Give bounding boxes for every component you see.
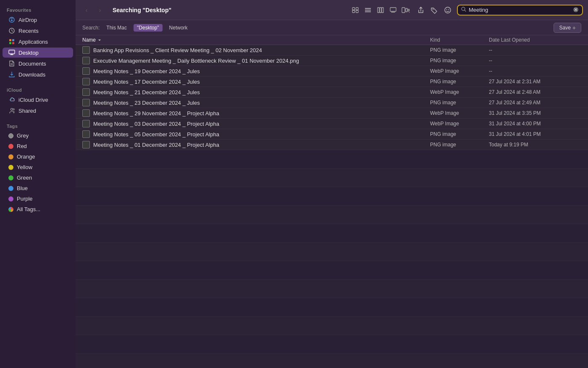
sidebar-item-grey[interactable]: Grey (3, 131, 73, 140)
file-name-cell: Meeting Notes _ 01 December 2024 _ Proje… (82, 141, 430, 148)
list-view-btn[interactable] (362, 4, 374, 16)
file-name-cell: Executive Management Meeting _ Daily Bot… (82, 57, 430, 64)
file-name: Banking App Revisions _ Client Review Me… (93, 47, 262, 53)
blue-tag-dot (8, 186, 13, 191)
table-row[interactable]: Meeting Notes _ 01 December 2024 _ Proje… (76, 140, 588, 150)
empty-row (76, 298, 588, 317)
file-date: Today at 9:19 PM (489, 142, 581, 148)
file-thumbnail (82, 67, 90, 75)
table-row[interactable]: Meeting Notes _ 05 December 2024 _ Proje… (76, 129, 588, 140)
file-date: 31 Jul 2024 at 4:01 PM (489, 131, 581, 137)
file-name-cell: Meeting Notes _ 03 December 2024 _ Proje… (82, 120, 430, 127)
sidebar-item-yellow[interactable]: Yellow (3, 162, 73, 172)
sidebar-item-grey-label: Grey (17, 132, 29, 139)
svg-rect-3 (12, 39, 14, 41)
icon-view-btn[interactable] (349, 4, 361, 16)
svg-rect-18 (378, 8, 379, 13)
empty-row (76, 317, 588, 335)
svg-rect-4 (9, 42, 11, 44)
file-list-container[interactable]: Name Kind Date Last Opened Banking App R… (76, 35, 588, 368)
sidebar-item-purple[interactable]: Purple (3, 194, 73, 204)
empty-row (76, 335, 588, 354)
emoji-button[interactable] (442, 4, 454, 16)
sidebar-item-all-tags[interactable]: All Tags... (3, 204, 73, 214)
sidebar-item-shared[interactable]: Shared (3, 106, 73, 116)
sidebar-item-downloads[interactable]: Downloads (3, 69, 73, 79)
svg-rect-20 (382, 8, 383, 13)
toolbar-actions (415, 4, 454, 16)
file-name-cell: Banking App Revisions _ Client Review Me… (82, 46, 430, 54)
svg-rect-25 (408, 9, 410, 11)
sidebar-item-documents[interactable]: Documents (3, 58, 73, 69)
file-date: -- (489, 58, 581, 64)
save-search-button[interactable]: Save + (554, 23, 581, 33)
file-thumbnail (82, 57, 90, 64)
file-kind: WebP Image (430, 121, 489, 127)
grey-tag-dot (8, 133, 13, 138)
svg-rect-5 (12, 42, 14, 44)
col-date-header[interactable]: Date Last Opened (489, 37, 581, 43)
nav-buttons: ‹ › (81, 4, 106, 16)
search-box[interactable] (457, 5, 583, 16)
sidebar-item-desktop[interactable]: Desktop (3, 48, 73, 58)
forward-button[interactable]: › (94, 4, 106, 16)
sidebar-item-orange[interactable]: Orange (3, 152, 73, 161)
column-view-btn[interactable] (375, 4, 386, 16)
table-row[interactable]: Meeting Notes _ 19 December 2024 _ Jules… (76, 66, 588, 77)
svg-rect-14 (356, 10, 359, 13)
sidebar-item-green-label: Green (17, 175, 32, 181)
scope-network-btn[interactable]: Network (166, 24, 191, 32)
sidebar-item-purple-label: Purple (17, 196, 33, 202)
save-label: Save (559, 25, 570, 31)
share-button[interactable] (415, 4, 427, 16)
table-row[interactable]: Meeting Notes _ 17 December 2024 _ Jules… (76, 77, 588, 87)
sidebar-item-recents[interactable]: Recents (3, 26, 73, 36)
file-date: 31 Jul 2024 at 4:00 PM (489, 121, 581, 127)
sidebar-item-applications[interactable]: Applications (3, 37, 73, 47)
view-buttons (349, 4, 412, 16)
scope-this-mac-btn[interactable]: This Mac (103, 24, 130, 32)
share-icon (417, 6, 425, 14)
sidebar-item-orange-label: Orange (17, 154, 35, 160)
file-name: Executive Management Meeting _ Daily Bot… (93, 58, 299, 64)
gallery-view-btn[interactable] (387, 4, 399, 16)
search-scope-bar: Search: This Mac "Desktop" Network Save … (76, 20, 588, 35)
sidebar-item-red[interactable]: Red (3, 141, 73, 151)
file-list-header: Name Kind Date Last Opened (76, 35, 588, 45)
file-thumbnail (82, 46, 90, 54)
sidebar-item-blue[interactable]: Blue (3, 183, 73, 193)
file-name-cell: Meeting Notes _ 19 December 2024 _ Jules (82, 67, 430, 75)
grid-icon (352, 7, 359, 13)
sidebar-item-airdrop[interactable]: AirDrop (3, 15, 73, 25)
back-button[interactable]: ‹ (81, 4, 92, 16)
file-kind: PNG image (430, 142, 489, 148)
file-date: 27 Jul 2024 at 2:31 AM (489, 79, 581, 85)
svg-point-29 (449, 9, 449, 10)
sort-view-btn[interactable] (400, 4, 412, 16)
table-row[interactable]: Meeting Notes _ 21 December 2024 _ Jules… (76, 87, 588, 98)
sidebar-item-icloud-drive[interactable]: iCloud Drive (3, 95, 73, 105)
favourites-section-label: Favourites (0, 3, 76, 14)
sidebar-item-green[interactable]: Green (3, 173, 73, 183)
file-kind: PNG image (430, 79, 489, 85)
tag-button[interactable] (428, 4, 440, 16)
search-input[interactable] (469, 7, 570, 13)
col-name-header[interactable]: Name (82, 37, 430, 43)
red-tag-dot (8, 144, 13, 149)
search-icon (461, 7, 466, 13)
sidebar-item-blue-label: Blue (17, 185, 28, 191)
file-kind: PNG image (430, 47, 489, 53)
table-row[interactable]: Meeting Notes _ 29 November 2024 _ Proje… (76, 108, 588, 119)
file-kind: WebP Image (430, 68, 489, 74)
table-row[interactable]: Meeting Notes _ 23 December 2024 _ Jules… (76, 98, 588, 108)
empty-row (76, 243, 588, 261)
col-kind-header[interactable]: Kind (430, 37, 489, 43)
table-row[interactable]: Executive Management Meeting _ Daily Bot… (76, 56, 588, 66)
search-clear-button[interactable] (573, 7, 579, 13)
icloud-icon (8, 96, 15, 103)
file-date: 27 Jul 2024 at 2:48 AM (489, 89, 581, 95)
file-kind: PNG image (430, 58, 489, 64)
table-row[interactable]: Meeting Notes _ 03 December 2024 _ Proje… (76, 119, 588, 129)
table-row[interactable]: Banking App Revisions _ Client Review Me… (76, 45, 588, 56)
scope-desktop-btn[interactable]: "Desktop" (134, 24, 163, 32)
